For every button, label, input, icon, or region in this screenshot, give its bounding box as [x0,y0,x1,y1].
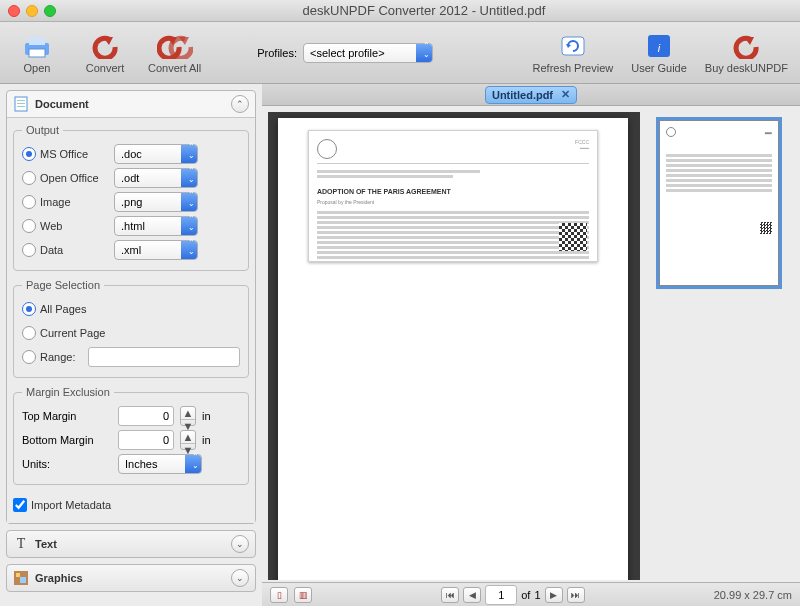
qr-code-icon [559,223,587,251]
page-number-input[interactable] [485,585,517,605]
user-guide-button[interactable]: i User Guide [631,32,687,74]
document-panel-body: Output MS Office .doc Open Office .odt I… [7,117,255,523]
last-page-button[interactable]: ⏭ [567,587,585,603]
convert-all-button[interactable]: Convert All [148,32,201,74]
ms-office-format-select[interactable]: .doc [114,144,198,164]
top-margin-label: Top Margin [22,410,112,422]
buy-label: Buy deskUNPDF [705,62,788,74]
data-radio[interactable] [22,243,36,257]
close-tab-icon[interactable]: ✕ [561,88,570,101]
range-option[interactable]: Range: [22,350,82,364]
printer-icon [19,32,55,60]
text-panel-title: Text [35,538,225,550]
margin-exclusion-fieldset: Margin Exclusion Top Margin ▲▼ in Bottom… [13,386,249,485]
doc-heading: ADOPTION OF THE PARIS AGREEMENT [317,188,589,195]
ms-office-option[interactable]: MS Office [22,147,108,161]
svg-rect-3 [562,37,584,55]
margin-legend: Margin Exclusion [22,386,114,398]
status-bar: ▯ ▥ ⏮ ◀ of 1 ▶ ⏭ 20.99 x 29.7 cm [262,582,800,606]
output-fieldset: Output MS Office .doc Open Office .odt I… [13,124,249,271]
bottom-margin-input[interactable] [118,430,174,450]
buy-button[interactable]: Buy deskUNPDF [705,32,788,74]
output-legend: Output [22,124,63,136]
bottom-margin-unit: in [202,434,211,446]
window-title: deskUNPDF Converter 2012 - Untitled.pdf [56,3,792,18]
sidebar: Document ⌃ Output MS Office .doc Open Of… [0,84,262,606]
top-margin-stepper[interactable]: ▲▼ [180,406,196,426]
expand-icon: ⌄ [231,569,249,587]
svg-rect-1 [29,37,45,45]
convert-button[interactable]: Convert [80,32,130,74]
window-titlebar: deskUNPDF Converter 2012 - Untitled.pdf [0,0,800,22]
document-panel: Document ⌃ Output MS Office .doc Open Of… [6,90,256,524]
profiles-select[interactable]: <select profile> [303,43,433,63]
open-button[interactable]: Open [12,32,62,74]
preview-canvas[interactable]: FCCC━━━ ADOPTION OF THE PARIS AGREEMENT … [268,112,640,580]
graphics-panel-header[interactable]: Graphics ⌄ [7,565,255,591]
graphics-panel: Graphics ⌄ [6,564,256,592]
next-page-button[interactable]: ▶ [545,587,563,603]
text-panel-header[interactable]: T Text ⌄ [7,531,255,557]
image-radio[interactable] [22,195,36,209]
view-mode-single-button[interactable]: ▯ [270,587,288,603]
convert-arrow-icon [87,32,123,60]
prev-page-button[interactable]: ◀ [463,587,481,603]
current-page-option[interactable]: Current Page [22,326,108,340]
page-thumbnail[interactable]: ━ [659,120,779,286]
open-label: Open [24,62,51,74]
web-option[interactable]: Web [22,219,108,233]
minimize-window-button[interactable] [26,5,38,17]
page-dimensions: 20.99 x 29.7 cm [714,589,792,601]
document-tab[interactable]: Untitled.pdf ✕ [485,86,577,104]
main-area: Untitled.pdf ✕ FCCC━━━ ADOPTION OF THE P… [262,84,800,606]
collapse-icon: ⌃ [231,95,249,113]
current-page-radio[interactable] [22,326,36,340]
import-metadata-checkbox[interactable] [13,498,27,512]
open-office-radio[interactable] [22,171,36,185]
refresh-preview-button[interactable]: Refresh Preview [533,32,614,74]
user-guide-label: User Guide [631,62,687,74]
svg-rect-7 [17,100,25,101]
svg-rect-11 [16,573,20,577]
range-input[interactable] [88,347,240,367]
data-format-select[interactable]: .xml [114,240,198,260]
top-margin-input[interactable] [118,406,174,426]
text-icon: T [13,536,29,552]
pager-of: of [521,589,530,601]
convert-label: Convert [86,62,125,74]
svg-rect-12 [20,577,26,583]
svg-rect-8 [17,103,25,104]
open-office-option[interactable]: Open Office [22,171,108,185]
document-tab-label: Untitled.pdf [492,89,553,101]
ms-office-radio[interactable] [22,147,36,161]
import-metadata-row: Import Metadata [13,493,249,517]
image-format-select[interactable]: .png [114,192,198,212]
import-metadata-option[interactable]: Import Metadata [13,498,249,512]
web-format-select[interactable]: .html [114,216,198,236]
convert-all-label: Convert All [148,62,201,74]
traffic-lights [8,5,56,17]
un-logo-icon [317,139,337,159]
range-radio[interactable] [22,350,36,364]
open-office-format-select[interactable]: .odt [114,168,198,188]
buy-arrow-icon [728,32,764,60]
all-pages-option[interactable]: All Pages [22,302,108,316]
expand-icon: ⌄ [231,535,249,553]
web-radio[interactable] [22,219,36,233]
document-tab-bar: Untitled.pdf ✕ [262,84,800,106]
document-panel-header[interactable]: Document ⌃ [7,91,255,117]
profiles-group: Profiles: <select profile> [257,43,433,63]
info-icon: i [641,32,677,60]
zoom-window-button[interactable] [44,5,56,17]
image-option[interactable]: Image [22,195,108,209]
pager-total: 1 [534,589,540,601]
close-window-button[interactable] [8,5,20,17]
view-mode-continuous-button[interactable]: ▥ [294,587,312,603]
first-page-button[interactable]: ⏮ [441,587,459,603]
top-margin-unit: in [202,410,211,422]
document-panel-title: Document [35,98,225,110]
all-pages-radio[interactable] [22,302,36,316]
bottom-margin-stepper[interactable]: ▲▼ [180,430,196,450]
units-select[interactable]: Inches [118,454,202,474]
data-option[interactable]: Data [22,243,108,257]
